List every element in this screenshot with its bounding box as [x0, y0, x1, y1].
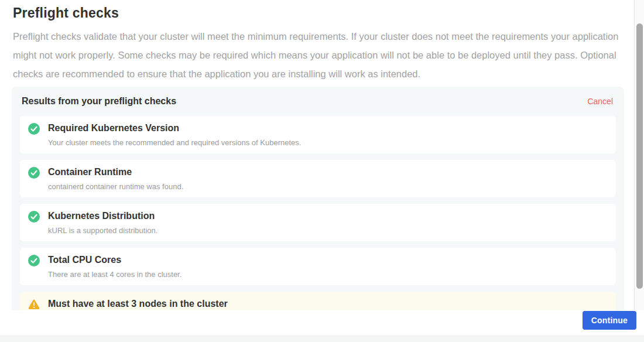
- check-text: Container Runtime containerd container r…: [48, 166, 183, 191]
- scroll-area: Preflight checks Preflight checks valida…: [0, 0, 635, 310]
- check-text: Kubernetes Distribution kURL is a suppor…: [48, 210, 157, 235]
- check-circle-icon: [28, 123, 40, 135]
- check-title: Container Runtime: [48, 166, 183, 178]
- check-list: Required Kubernetes Version Your cluster…: [20, 116, 616, 310]
- results-panel-header: Results from your preflight checks Cance…: [20, 95, 616, 107]
- check-text: Required Kubernetes Version Your cluster…: [48, 122, 301, 147]
- page-title: Preflight checks: [13, 5, 634, 21]
- check-row: Required Kubernetes Version Your cluster…: [20, 116, 616, 153]
- check-text: Must have at least 3 nodes in the cluste…: [48, 298, 228, 310]
- preflight-page: Preflight checks Preflight checks valida…: [0, 0, 644, 342]
- check-circle-icon: [28, 255, 40, 266]
- check-row: Total CPU Cores There are at least 4 cor…: [20, 248, 616, 285]
- check-title: Kubernetes Distribution: [48, 210, 157, 222]
- warning-triangle-icon: [28, 299, 40, 310]
- check-message: Your cluster meets the recommended and r…: [48, 138, 301, 147]
- check-message: kURL is a supported distribution.: [48, 226, 157, 235]
- cancel-button[interactable]: Cancel: [587, 97, 613, 106]
- continue-button[interactable]: Continue: [583, 311, 636, 330]
- footer-bar: Continue: [0, 310, 644, 336]
- results-panel-title: Results from your preflight checks: [22, 96, 176, 107]
- check-row: Container Runtime containerd container r…: [20, 160, 616, 197]
- check-message: containerd container runtime was found.: [48, 182, 183, 191]
- check-title: Must have at least 3 nodes in the cluste…: [48, 298, 228, 310]
- bottom-strip: [0, 336, 644, 342]
- page-description: Preflight checks validate that your clus…: [13, 27, 624, 83]
- check-title: Total CPU Cores: [48, 254, 181, 266]
- check-text: Total CPU Cores There are at least 4 cor…: [48, 254, 181, 279]
- check-message: There are at least 4 cores in the cluste…: [48, 270, 181, 279]
- check-title: Required Kubernetes Version: [48, 122, 301, 134]
- check-row: Kubernetes Distribution kURL is a suppor…: [20, 204, 616, 241]
- check-circle-icon: [28, 211, 40, 223]
- results-panel: Results from your preflight checks Cance…: [12, 87, 624, 310]
- scrollbar-thumb[interactable]: [636, 23, 643, 289]
- check-circle-icon: [28, 167, 40, 179]
- check-row: Must have at least 3 nodes in the cluste…: [20, 292, 616, 310]
